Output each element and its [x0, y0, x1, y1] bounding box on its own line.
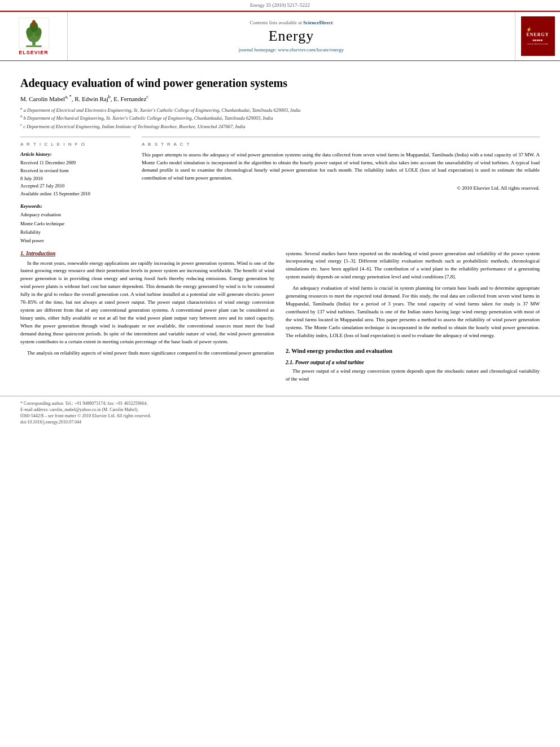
info-abstract-section: A R T I C L E I N F O Article history: R… — [20, 137, 540, 245]
section-1-right-para1: systems. Several studies have been repor… — [286, 250, 540, 282]
abstract-label: A B S T R A C T — [142, 142, 540, 147]
article-info-col: A R T I C L E I N F O Article history: R… — [20, 137, 130, 245]
section-2-subheading: 2.1. Power output of a wind turbine — [286, 360, 540, 365]
sciencedirect-line: Contents lists available at ScienceDirec… — [250, 20, 333, 25]
section-2-heading: 2. Wind energy production and evaluation — [286, 348, 540, 354]
homepage-link[interactable]: journal homepage: www.elsevier.com/locat… — [239, 47, 344, 53]
elsevier-tree-icon — [17, 18, 51, 49]
energy-logo-area: ⚡ ENERGY ■■■■■ www.elsevier.com — [515, 12, 560, 60]
abstract-col: A B S T R A C T This paper attempts to a… — [142, 137, 540, 245]
author-c: , E. Fernandez — [111, 95, 147, 102]
received-date: Received 11 December 2009 — [20, 159, 130, 167]
email-label: E-mail address: — [20, 407, 49, 412]
revised-date: 8 July 2010 — [20, 175, 130, 183]
body-section: 1. Introduction In the recent years, ren… — [20, 250, 540, 387]
section-1-right-para2: An adequacy evaluation of wind farms is … — [286, 285, 540, 340]
page-footer: * Corresponding author. Tel.: +91 948807… — [0, 396, 560, 430]
footer-issn: 0360-5442/$ – see front matter © 2010 El… — [20, 413, 540, 418]
keyword-1: Adequacy evaluation — [20, 211, 130, 219]
authors-line: M. Carolin Mabela, *, R. Edwin Rajb, E. … — [20, 94, 540, 102]
energy-logo-text: ⚡ ENERGY — [526, 27, 549, 37]
journal-homepage: journal homepage: www.elsevier.com/locat… — [239, 47, 344, 53]
section-1-para2: The analysis on reliability aspects of w… — [20, 350, 274, 357]
main-content: Adequacy evaluation of wind power genera… — [0, 61, 560, 396]
journal-name: Energy — [269, 28, 314, 45]
affiliation-a: a a Department of Electrical and Electro… — [20, 106, 540, 114]
section-1-heading: 1. Introduction — [20, 250, 274, 256]
abstract-text: This paper attempts to assess the adequa… — [142, 151, 540, 182]
keyword-2: Monte Carlo technique — [20, 220, 130, 228]
email-value: carolin_mabel@yahoo.co.in (M. Carolin Ma… — [50, 407, 138, 412]
journal-center: Contents lists available at ScienceDirec… — [68, 12, 515, 60]
footer-email: E-mail address: carolin_mabel@yahoo.co.i… — [20, 407, 540, 412]
author-c-sup: c — [146, 94, 148, 99]
keywords-list: Adequacy evaluation Monte Carlo techniqu… — [20, 211, 130, 245]
article-history-label: Article history: — [20, 151, 130, 157]
affiliation-c: c c Department of Electrical Engineering… — [20, 122, 540, 130]
sciencedirect-link[interactable]: ScienceDirect — [303, 20, 333, 25]
revised-label: Received in revised form — [20, 167, 130, 175]
citation-bar: Energy 35 (2010) 5217–5222 — [0, 0, 560, 11]
svg-point-7 — [32, 20, 36, 23]
energy-logo-box: ⚡ ENERGY ■■■■■ www.elsevier.com — [521, 16, 555, 56]
footer-doi: doi:10.1016/j.energy.2010.07.044 — [20, 420, 540, 425]
copyright: © 2010 Elsevier Ltd. All rights reserved… — [142, 185, 540, 191]
affiliation-b: b b Department of Mechanical Engineering… — [20, 113, 540, 122]
affiliations: a a Department of Electrical and Electro… — [20, 106, 540, 130]
author-a-sup: a, * — [65, 94, 72, 99]
body-right-col: systems. Several studies have been repor… — [286, 250, 540, 387]
author-b: , R. Edwin Raj — [72, 95, 108, 102]
available-date: Available online 15 September 2010 — [20, 190, 130, 198]
keywords-label: Keywords: — [20, 203, 130, 209]
section-1-para1: In the recent years, renewable energy ap… — [20, 260, 274, 346]
body-left-col: 1. Introduction In the recent years, ren… — [20, 250, 274, 387]
keyword-4: Wind power — [20, 237, 130, 245]
elsevier-logo: ELSEVIER — [17, 18, 51, 55]
elsevier-wordmark: ELSEVIER — [19, 50, 49, 55]
section-2-para1: The power output of a wind energy conver… — [286, 368, 540, 383]
article-history-content: Received 11 December 2009 Received in re… — [20, 159, 130, 198]
citation-text: Energy 35 (2010) 5217–5222 — [250, 2, 310, 8]
journal-header: ELSEVIER Contents lists available at Sci… — [0, 11, 560, 61]
article-title: Adequacy evaluation of wind power genera… — [20, 77, 540, 90]
elsevier-logo-area: ELSEVIER — [0, 12, 68, 60]
article-info-label: A R T I C L E I N F O — [20, 142, 130, 147]
svg-rect-8 — [32, 23, 36, 27]
keyword-3: Reliability — [20, 228, 130, 237]
footer-footnote: * Corresponding author. Tel.: +91 948807… — [20, 401, 540, 406]
author-a: M. Carolin Mabel — [20, 95, 65, 102]
accepted-date: Accepted 27 July 2010 — [20, 182, 130, 190]
svg-rect-2 — [26, 45, 42, 47]
